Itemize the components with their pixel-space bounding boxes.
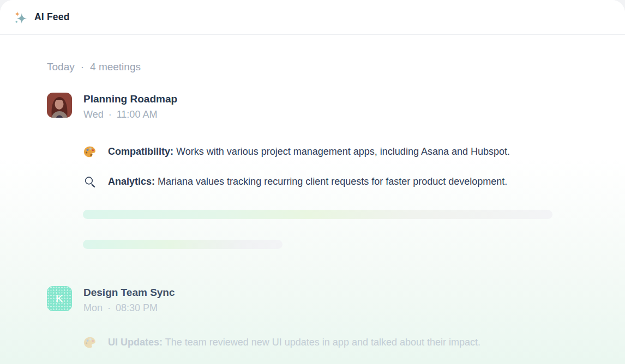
palette-icon xyxy=(83,145,97,159)
loading-skeleton-bar xyxy=(83,240,283,249)
highlight-label: Compatibility: xyxy=(108,146,173,157)
meeting-datetime: Wed · 11:00 AM xyxy=(83,109,177,120)
dot-separator: · xyxy=(81,61,84,73)
feed-date-header: Today · 4 meetings xyxy=(47,61,625,73)
meeting-time: 08:30 PM xyxy=(116,302,158,314)
highlight-body: Mariana values tracking recurring client… xyxy=(158,176,507,187)
sparkles-icon xyxy=(14,11,27,24)
panel-header: AI Feed xyxy=(0,0,625,35)
meeting-title-block: Design Team Sync Mon · 08:30 PM xyxy=(83,286,175,314)
ai-feed-panel: AI Feed Today · 4 meetings Plann xyxy=(0,0,625,364)
dot-separator: · xyxy=(109,109,112,120)
highlight-analytics: Analytics: Mariana values tracking recur… xyxy=(83,175,625,189)
highlight-label: Analytics: xyxy=(108,176,155,187)
meeting-title: Design Team Sync xyxy=(83,286,175,299)
highlight-ui-updates: UI Updates: The team reviewed new UI upd… xyxy=(83,336,625,349)
loading-skeleton-bar xyxy=(83,210,552,219)
highlight-text: UI Updates: The team reviewed new UI upd… xyxy=(108,336,480,349)
meeting-avatar-initial: K xyxy=(47,286,72,311)
meeting-datetime: Mon · 08:30 PM xyxy=(83,302,175,314)
date-label: Today xyxy=(47,61,75,73)
meeting-count: 4 meetings xyxy=(90,61,141,73)
highlight-label: UI Updates: xyxy=(108,337,163,348)
feed-content: Today · 4 meetings Planning Roadmap Wed xyxy=(0,35,625,364)
highlight-text: Analytics: Mariana values tracking recur… xyxy=(108,175,507,189)
magnifier-icon xyxy=(83,175,97,189)
meeting-avatar-photo xyxy=(47,93,72,118)
meeting-time: 11:00 AM xyxy=(117,109,158,120)
palette-icon xyxy=(83,336,97,349)
highlight-body: The team reviewed new UI updates in app … xyxy=(165,337,480,348)
dot-separator: · xyxy=(107,302,111,314)
meeting-day: Wed xyxy=(83,109,104,120)
highlight-compatibility: Compatibility: Works with various projec… xyxy=(83,145,625,159)
meeting-item-design-team-sync[interactable]: K Design Team Sync Mon · 08:30 PM xyxy=(47,286,625,314)
meeting-day: Mon xyxy=(83,302,103,314)
highlight-body: Works with various project management ap… xyxy=(176,146,510,157)
meeting-item-planning-roadmap[interactable]: Planning Roadmap Wed · 11:00 AM xyxy=(47,93,625,120)
meeting-title: Planning Roadmap xyxy=(83,93,177,106)
highlight-text: Compatibility: Works with various projec… xyxy=(108,145,510,159)
page-title: AI Feed xyxy=(34,11,70,23)
meeting-title-block: Planning Roadmap Wed · 11:00 AM xyxy=(83,93,177,120)
